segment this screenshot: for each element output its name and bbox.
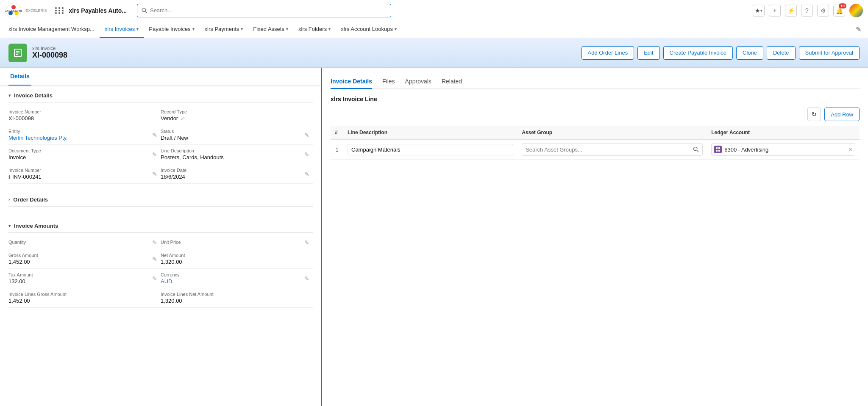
field-unit-price: Unit Price ✎ [161, 236, 313, 249]
tab-folders[interactable]: xlrs Folders ▾ [293, 21, 336, 38]
field-label: Tax Amount [8, 272, 161, 277]
avatar[interactable] [849, 4, 863, 17]
table-row: 1 [331, 139, 860, 160]
field-label: Invoice Date [161, 168, 313, 173]
help-button[interactable]: ? [801, 5, 813, 17]
currency-link[interactable]: AUD [161, 278, 172, 284]
tab-lookups[interactable]: xlrs Account Lookups ▾ [336, 21, 402, 38]
field-value: Invoice [8, 154, 26, 160]
order-details-section: › Order Details [0, 191, 321, 217]
expand-icon[interactable]: ⤢ [181, 115, 185, 122]
expand-icon: › [8, 197, 10, 202]
field-value: Vendor [161, 115, 178, 122]
add-row-button[interactable]: Add Row [824, 108, 860, 121]
search-bar[interactable] [137, 4, 391, 17]
tab-invoice-details[interactable]: Invoice Details [331, 75, 372, 89]
invoice-details-header[interactable]: ▾ Invoice Details [8, 86, 313, 102]
asset-group-input[interactable] [526, 146, 691, 153]
edit-icon[interactable]: ✎ [304, 151, 309, 158]
edit-icon[interactable]: ✎ [152, 275, 157, 282]
table-header-row: # Line Description Asset Group Ledger Ac… [331, 126, 860, 139]
cell-asset-group [517, 139, 707, 160]
chevron-down-icon: ▾ [760, 8, 762, 13]
edit-button[interactable]: Edit [637, 46, 659, 60]
invoice-amounts-header[interactable]: ▾ Invoice Amounts [8, 217, 313, 233]
question-icon: ? [805, 7, 809, 14]
field-value: 1,320.00 [161, 259, 313, 265]
ledger-close-icon[interactable]: × [849, 146, 852, 153]
col-line-description: Line Description [343, 126, 517, 139]
invoice-details-title: Invoice Details [14, 92, 53, 99]
invoice-amounts-title: Invoice Amounts [14, 223, 58, 229]
create-payable-invoice-button[interactable]: Create Payable Invoice [663, 46, 733, 60]
field-label: Net Amount [161, 253, 313, 258]
cell-ledger-account: 6300 - Advertising × [707, 139, 860, 160]
field-label: Invoice Number [8, 168, 161, 173]
edit-icon[interactable]: ✎ [152, 171, 157, 177]
right-panel: Invoice Details Files Approvals Related … [322, 68, 868, 406]
edit-icon[interactable]: ✎ [304, 132, 309, 138]
field-record-type: Record Type Vendor ⤢ [161, 106, 313, 125]
invoice-amounts-section: ▾ Invoice Amounts Quantity ✎ Unit Price … [0, 217, 321, 315]
header-panel: xlrs Invoice XI-000098 Add Order Lines E… [0, 38, 868, 68]
tab-payable-label: Payable Invoices [149, 26, 190, 32]
tab-related[interactable]: Related [442, 75, 462, 89]
line-description-input[interactable] [348, 144, 513, 155]
invoice-line-table: # Line Description Asset Group Ledger Ac… [331, 126, 860, 160]
field-label: Invoice Lines Net Amount [161, 292, 313, 297]
left-panel-tabs: Details [0, 68, 321, 86]
edit-icon[interactable]: ✎ [304, 275, 309, 282]
delete-button[interactable]: Delete [767, 46, 796, 60]
tab-worksp[interactable]: xlrs Invoice Management Worksp... [3, 21, 100, 38]
field-invoice-date: Invoice Date 18/6/2024 ✎ [161, 164, 313, 184]
search-input[interactable] [150, 7, 387, 14]
add-button[interactable]: + [769, 5, 781, 17]
ledger-icon [714, 146, 722, 153]
edit-icon[interactable]: ✎ [152, 256, 157, 262]
edit-icon[interactable]: ✎ [304, 239, 309, 246]
field-inv-lines-gross: Invoice Lines Gross Amount 1,452.00 [8, 288, 161, 308]
tab-approvals[interactable]: Approvals [405, 75, 431, 89]
tab-invoices[interactable]: xlrs Invoices ▾ [100, 21, 144, 38]
svg-line-12 [697, 150, 698, 152]
svg-point-5 [142, 8, 145, 11]
edit-icon[interactable]: ✎ [152, 151, 157, 158]
favorites-button[interactable]: ★ ▾ [753, 5, 765, 17]
notifications-button[interactable]: 🔔 10 [833, 5, 845, 17]
apps-grid-button[interactable] [54, 5, 66, 17]
cloud-button[interactable]: ⚡ [785, 5, 797, 17]
chevron-down-icon: ▾ [192, 27, 195, 31]
edit-icon[interactable]: ✎ [304, 171, 309, 177]
tab-lookups-label: xlrs Account Lookups [341, 26, 393, 32]
field-label: Document Type [8, 148, 161, 153]
tab-payable-invoices[interactable]: Payable Invoices ▾ [144, 21, 199, 38]
header-left: xlrs Invoice XI-000098 [8, 44, 67, 62]
field-label: Gross Amount [8, 253, 161, 258]
order-details-header[interactable]: › Order Details [8, 191, 313, 207]
tab-edit-icon[interactable]: ✎ [852, 25, 865, 33]
asset-group-search[interactable] [522, 143, 703, 156]
tab-details[interactable]: Details [8, 68, 31, 86]
tab-fixed-assets[interactable]: Fixed Assets ▾ [248, 21, 293, 38]
app-title: xlrs Payables Auto... [69, 7, 127, 14]
clone-button[interactable]: Clone [736, 46, 763, 60]
field-label: Line Description [161, 148, 313, 153]
submit-approval-button[interactable]: Submit for Approval [799, 46, 860, 60]
cell-line-description [343, 139, 517, 160]
field-label: Quantity [8, 240, 161, 245]
edit-icon[interactable]: ✎ [152, 239, 157, 246]
edit-icon[interactable]: ✎ [152, 132, 157, 138]
chevron-down-icon: ▾ [286, 27, 288, 31]
field-quantity: Quantity ✎ [8, 236, 161, 249]
invoice-details-section: ▾ Invoice Details Invoice Number XI-0000… [0, 86, 321, 191]
add-order-lines-button[interactable]: Add Order Lines [581, 46, 634, 60]
tab-files[interactable]: Files [382, 75, 395, 89]
row-num: 1 [331, 139, 343, 160]
settings-button[interactable]: ⚙ [817, 5, 829, 17]
tab-payments[interactable]: xlrs Payments ▾ [200, 21, 248, 38]
entity-link[interactable]: Merlin Technologies Pty. [8, 135, 68, 141]
field-label: Entity [8, 129, 161, 134]
field-label: Invoice Number [8, 109, 161, 114]
refresh-button[interactable]: ↻ [807, 108, 821, 121]
svg-point-11 [694, 147, 697, 150]
